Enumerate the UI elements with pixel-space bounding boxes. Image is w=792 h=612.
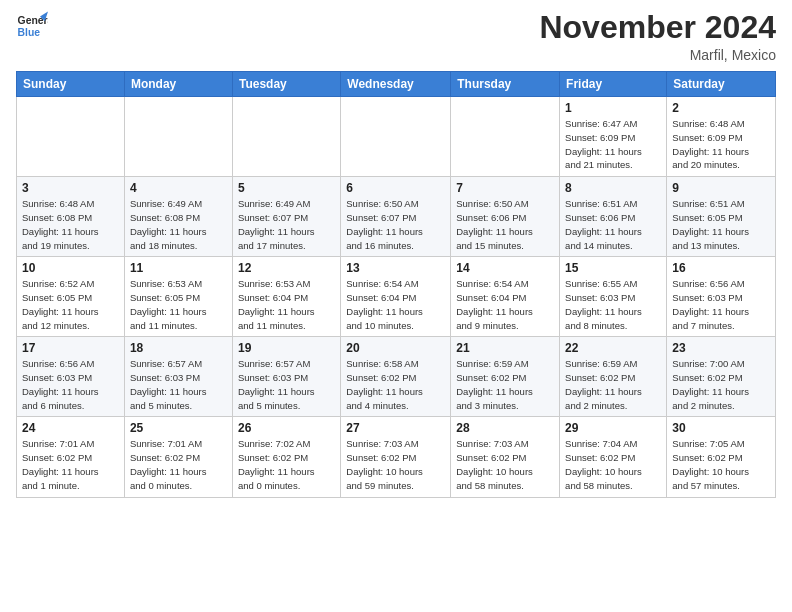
day-info: Sunrise: 6:50 AMSunset: 6:06 PMDaylight:… — [456, 197, 554, 252]
logo-icon: General Blue — [16, 10, 48, 42]
cell-w3-d2: 11Sunrise: 6:53 AMSunset: 6:05 PMDayligh… — [124, 257, 232, 337]
cell-w3-d5: 14Sunrise: 6:54 AMSunset: 6:04 PMDayligh… — [451, 257, 560, 337]
cell-w5-d4: 27Sunrise: 7:03 AMSunset: 6:02 PMDayligh… — [341, 417, 451, 497]
day-number: 26 — [238, 421, 335, 435]
col-sunday: Sunday — [17, 72, 125, 97]
day-info: Sunrise: 6:51 AMSunset: 6:06 PMDaylight:… — [565, 197, 661, 252]
svg-text:Blue: Blue — [18, 27, 41, 38]
cell-w5-d6: 29Sunrise: 7:04 AMSunset: 6:02 PMDayligh… — [560, 417, 667, 497]
header: General Blue November 2024 Marfil, Mexic… — [16, 10, 776, 63]
day-info: Sunrise: 6:51 AMSunset: 6:05 PMDaylight:… — [672, 197, 770, 252]
day-number: 1 — [565, 101, 661, 115]
week-row-3: 10Sunrise: 6:52 AMSunset: 6:05 PMDayligh… — [17, 257, 776, 337]
day-number: 3 — [22, 181, 119, 195]
day-info: Sunrise: 6:52 AMSunset: 6:05 PMDaylight:… — [22, 277, 119, 332]
month-title: November 2024 — [539, 10, 776, 45]
day-info: Sunrise: 6:58 AMSunset: 6:02 PMDaylight:… — [346, 357, 445, 412]
cell-w1-d7: 2Sunrise: 6:48 AMSunset: 6:09 PMDaylight… — [667, 97, 776, 177]
day-number: 6 — [346, 181, 445, 195]
cell-w4-d6: 22Sunrise: 6:59 AMSunset: 6:02 PMDayligh… — [560, 337, 667, 417]
col-wednesday: Wednesday — [341, 72, 451, 97]
day-info: Sunrise: 6:59 AMSunset: 6:02 PMDaylight:… — [565, 357, 661, 412]
day-number: 20 — [346, 341, 445, 355]
day-number: 14 — [456, 261, 554, 275]
cell-w1-d4 — [341, 97, 451, 177]
cell-w2-d7: 9Sunrise: 6:51 AMSunset: 6:05 PMDaylight… — [667, 177, 776, 257]
day-info: Sunrise: 6:57 AMSunset: 6:03 PMDaylight:… — [238, 357, 335, 412]
cell-w3-d4: 13Sunrise: 6:54 AMSunset: 6:04 PMDayligh… — [341, 257, 451, 337]
cell-w4-d4: 20Sunrise: 6:58 AMSunset: 6:02 PMDayligh… — [341, 337, 451, 417]
week-row-5: 24Sunrise: 7:01 AMSunset: 6:02 PMDayligh… — [17, 417, 776, 497]
day-number: 7 — [456, 181, 554, 195]
cell-w4-d3: 19Sunrise: 6:57 AMSunset: 6:03 PMDayligh… — [232, 337, 340, 417]
col-tuesday: Tuesday — [232, 72, 340, 97]
day-info: Sunrise: 6:56 AMSunset: 6:03 PMDaylight:… — [22, 357, 119, 412]
day-number: 18 — [130, 341, 227, 355]
day-number: 4 — [130, 181, 227, 195]
week-row-1: 1Sunrise: 6:47 AMSunset: 6:09 PMDaylight… — [17, 97, 776, 177]
cell-w2-d3: 5Sunrise: 6:49 AMSunset: 6:07 PMDaylight… — [232, 177, 340, 257]
day-info: Sunrise: 6:55 AMSunset: 6:03 PMDaylight:… — [565, 277, 661, 332]
cell-w1-d2 — [124, 97, 232, 177]
col-thursday: Thursday — [451, 72, 560, 97]
cell-w2-d6: 8Sunrise: 6:51 AMSunset: 6:06 PMDaylight… — [560, 177, 667, 257]
cell-w4-d2: 18Sunrise: 6:57 AMSunset: 6:03 PMDayligh… — [124, 337, 232, 417]
day-info: Sunrise: 7:02 AMSunset: 6:02 PMDaylight:… — [238, 437, 335, 492]
day-number: 9 — [672, 181, 770, 195]
day-number: 10 — [22, 261, 119, 275]
logo: General Blue — [16, 10, 48, 42]
cell-w3-d7: 16Sunrise: 6:56 AMSunset: 6:03 PMDayligh… — [667, 257, 776, 337]
day-info: Sunrise: 6:56 AMSunset: 6:03 PMDaylight:… — [672, 277, 770, 332]
day-info: Sunrise: 7:01 AMSunset: 6:02 PMDaylight:… — [130, 437, 227, 492]
cell-w2-d4: 6Sunrise: 6:50 AMSunset: 6:07 PMDaylight… — [341, 177, 451, 257]
day-number: 24 — [22, 421, 119, 435]
cell-w3-d6: 15Sunrise: 6:55 AMSunset: 6:03 PMDayligh… — [560, 257, 667, 337]
title-block: November 2024 Marfil, Mexico — [539, 10, 776, 63]
week-row-2: 3Sunrise: 6:48 AMSunset: 6:08 PMDaylight… — [17, 177, 776, 257]
day-number: 25 — [130, 421, 227, 435]
day-info: Sunrise: 6:54 AMSunset: 6:04 PMDaylight:… — [456, 277, 554, 332]
day-number: 11 — [130, 261, 227, 275]
cell-w3-d1: 10Sunrise: 6:52 AMSunset: 6:05 PMDayligh… — [17, 257, 125, 337]
day-info: Sunrise: 6:59 AMSunset: 6:02 PMDaylight:… — [456, 357, 554, 412]
day-info: Sunrise: 6:54 AMSunset: 6:04 PMDaylight:… — [346, 277, 445, 332]
day-info: Sunrise: 7:05 AMSunset: 6:02 PMDaylight:… — [672, 437, 770, 492]
col-friday: Friday — [560, 72, 667, 97]
day-info: Sunrise: 6:53 AMSunset: 6:05 PMDaylight:… — [130, 277, 227, 332]
day-info: Sunrise: 6:49 AMSunset: 6:08 PMDaylight:… — [130, 197, 227, 252]
day-number: 22 — [565, 341, 661, 355]
day-info: Sunrise: 6:48 AMSunset: 6:09 PMDaylight:… — [672, 117, 770, 172]
day-number: 16 — [672, 261, 770, 275]
day-info: Sunrise: 7:04 AMSunset: 6:02 PMDaylight:… — [565, 437, 661, 492]
day-number: 30 — [672, 421, 770, 435]
day-number: 8 — [565, 181, 661, 195]
cell-w5-d7: 30Sunrise: 7:05 AMSunset: 6:02 PMDayligh… — [667, 417, 776, 497]
week-row-4: 17Sunrise: 6:56 AMSunset: 6:03 PMDayligh… — [17, 337, 776, 417]
day-info: Sunrise: 6:57 AMSunset: 6:03 PMDaylight:… — [130, 357, 227, 412]
day-number: 28 — [456, 421, 554, 435]
day-number: 13 — [346, 261, 445, 275]
calendar: Sunday Monday Tuesday Wednesday Thursday… — [16, 71, 776, 497]
day-number: 21 — [456, 341, 554, 355]
day-info: Sunrise: 6:50 AMSunset: 6:07 PMDaylight:… — [346, 197, 445, 252]
cell-w1-d3 — [232, 97, 340, 177]
day-number: 5 — [238, 181, 335, 195]
cell-w1-d6: 1Sunrise: 6:47 AMSunset: 6:09 PMDaylight… — [560, 97, 667, 177]
cell-w4-d5: 21Sunrise: 6:59 AMSunset: 6:02 PMDayligh… — [451, 337, 560, 417]
cell-w5-d1: 24Sunrise: 7:01 AMSunset: 6:02 PMDayligh… — [17, 417, 125, 497]
cell-w5-d3: 26Sunrise: 7:02 AMSunset: 6:02 PMDayligh… — [232, 417, 340, 497]
day-number: 17 — [22, 341, 119, 355]
day-info: Sunrise: 7:03 AMSunset: 6:02 PMDaylight:… — [346, 437, 445, 492]
day-number: 29 — [565, 421, 661, 435]
day-number: 23 — [672, 341, 770, 355]
cell-w3-d3: 12Sunrise: 6:53 AMSunset: 6:04 PMDayligh… — [232, 257, 340, 337]
day-info: Sunrise: 7:00 AMSunset: 6:02 PMDaylight:… — [672, 357, 770, 412]
day-info: Sunrise: 6:49 AMSunset: 6:07 PMDaylight:… — [238, 197, 335, 252]
day-info: Sunrise: 6:53 AMSunset: 6:04 PMDaylight:… — [238, 277, 335, 332]
cell-w4-d1: 17Sunrise: 6:56 AMSunset: 6:03 PMDayligh… — [17, 337, 125, 417]
cell-w2-d1: 3Sunrise: 6:48 AMSunset: 6:08 PMDaylight… — [17, 177, 125, 257]
day-info: Sunrise: 7:03 AMSunset: 6:02 PMDaylight:… — [456, 437, 554, 492]
cell-w5-d2: 25Sunrise: 7:01 AMSunset: 6:02 PMDayligh… — [124, 417, 232, 497]
day-info: Sunrise: 6:47 AMSunset: 6:09 PMDaylight:… — [565, 117, 661, 172]
cell-w5-d5: 28Sunrise: 7:03 AMSunset: 6:02 PMDayligh… — [451, 417, 560, 497]
